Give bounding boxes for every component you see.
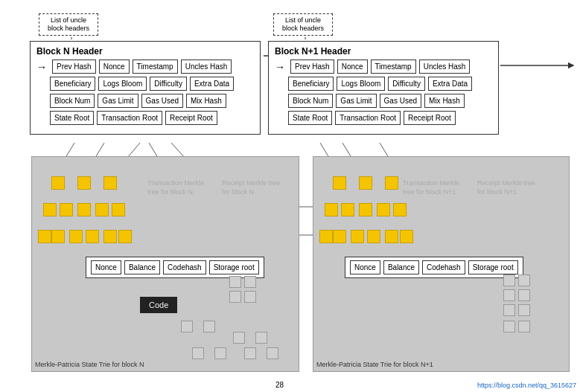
- trie-node-n-r3c5: [103, 230, 117, 243]
- block-n1-gas-limit: Gas Limit: [336, 94, 376, 108]
- block-n1-row1: → Prev Hash Nonce Timestamp Uncles Hash: [275, 60, 492, 74]
- leaf-n6: [214, 347, 226, 359]
- trie-node-n-r2c1: [43, 203, 57, 216]
- block-n1-timestamp: Timestamp: [371, 60, 416, 74]
- storage-node-n1-4: [518, 289, 530, 301]
- tx-merkle-n-label: Transaction Merkletree for block N: [147, 179, 204, 196]
- block-n1-gas-used: Gas Used: [380, 94, 421, 108]
- block-n1-header: Block N+1 Header → Prev Hash Nonce Times…: [268, 41, 499, 135]
- main-container: List of uncle block headers List of uncl…: [0, 0, 580, 392]
- trie-node-n-r3c2: [51, 230, 65, 243]
- trie-node-n1-r1c2: [359, 176, 372, 190]
- trie-node-n-r2c2: [60, 203, 73, 216]
- trie-node-n1-r2c1: [325, 203, 338, 216]
- block-n-receipt-root: Receipt Root: [165, 111, 217, 125]
- storage-node-n1: [229, 276, 241, 288]
- block-n-row1: → Prev Hash Nonce Timestamp Uncles Hash: [36, 60, 254, 74]
- block-n1-row3: Block Num Gas Limit Gas Used Mix Hash: [275, 94, 492, 108]
- block-n-arrow: →: [36, 61, 47, 73]
- trie-node-n1-r3c5: [385, 230, 398, 243]
- trie-node-n1-r1c1: [333, 176, 346, 190]
- block-n1-logs-bloom: Logs Bloom: [337, 77, 385, 91]
- storage-node-n1-8: [518, 321, 530, 332]
- leaf-n8: [267, 347, 278, 359]
- trie-node-n-r3c3: [69, 230, 83, 243]
- trie-area-n1: Transaction Merkletree for block N+1 Rec…: [313, 156, 570, 372]
- leaf-n2: [203, 321, 215, 332]
- merkle-label-n1: Merkle-Patricia State Trie for block N+1: [316, 361, 433, 368]
- block-n1-mix-hash: Mix Hash: [424, 94, 465, 108]
- block-n-block-num: Block Num: [50, 94, 95, 108]
- receipt-merkle-n-label: Receipt Merkle treefor block N: [222, 179, 280, 196]
- account-box-n1: Nonce Balance Codehash Storage root: [345, 257, 523, 278]
- block-n-row3: Block Num Gas Limit Gas Used Mix Hash: [36, 94, 254, 108]
- storage-node-n2: [244, 276, 256, 288]
- block-n-row2: Beneficiary Logs Bloom Difficulty Extra …: [36, 77, 254, 91]
- block-n1-extra-data: Extra Data: [428, 77, 472, 91]
- block-n-beneficiary: Beneficiary: [50, 77, 95, 91]
- storage-node-n1-3: [503, 289, 515, 301]
- block-n-state-root: State Root: [50, 111, 94, 125]
- leaf-n5: [192, 347, 204, 359]
- block-n1-uncles-hash: Uncles Hash: [419, 60, 471, 74]
- url-watermark: https://blog.csdn.net/qq_3615627: [477, 382, 576, 389]
- block-n1-prev-hash: Prev Hash: [290, 60, 334, 74]
- trie-node-n1-r3c3: [351, 230, 364, 243]
- account-codehash-n: Codehash: [163, 260, 206, 274]
- trie-node-n-r2c3: [77, 203, 91, 216]
- storage-node-n1-5: [503, 304, 515, 316]
- block-n-timestamp: Timestamp: [133, 60, 178, 74]
- block-n-prev-hash: Prev Hash: [52, 60, 96, 74]
- storage-node-n4: [244, 291, 256, 303]
- storage-node-n1-6: [518, 304, 530, 316]
- account-balance-n1: Balance: [383, 260, 419, 274]
- uncle-label-n1: List of uncle block headers: [273, 13, 333, 36]
- account-nonce-n: Nonce: [91, 260, 121, 274]
- block-n1-nonce: Nonce: [337, 60, 368, 74]
- block-n1-title: Block N+1 Header: [275, 46, 492, 57]
- block-n-row4: State Root Transaction Root Receipt Root: [36, 111, 254, 125]
- block-n1-difficulty: Difficulty: [388, 77, 425, 91]
- storage-node-n1-7: [503, 321, 515, 332]
- block-n-mix-hash: Mix Hash: [186, 94, 226, 108]
- receipt-merkle-n1-label: Receipt Merkle treefor block N+1: [477, 179, 535, 196]
- leaf-n4: [255, 332, 267, 344]
- block-n1-beneficiary: Beneficiary: [288, 77, 334, 91]
- tx-merkle-n1-label: Transaction Merkletree for block N+1: [403, 179, 459, 196]
- trie-node-n-r1c3: [103, 176, 117, 190]
- leaf-n1: [181, 321, 193, 332]
- account-codehash-n1: Codehash: [422, 260, 465, 274]
- block-n1-receipt-root: Receipt Root: [404, 111, 456, 125]
- block-n-tx-root: Transaction Root: [97, 111, 162, 125]
- block-n-extra-data: Extra Data: [190, 77, 234, 91]
- account-balance-n: Balance: [124, 260, 160, 274]
- trie-node-n1-r2c4: [377, 203, 390, 216]
- merkle-label-n: Merkle-Patricia State Trie for block N: [35, 361, 144, 368]
- account-nonce-n1: Nonce: [350, 260, 380, 274]
- trie-node-n-r2c4: [95, 203, 109, 216]
- block-n1-state-root: State Root: [288, 111, 332, 125]
- trie-node-n1-r3c4: [367, 230, 380, 243]
- storage-node-n3: [229, 291, 241, 303]
- block-n-title: Block N Header: [36, 46, 254, 57]
- trie-node-n1-r3c1: [319, 230, 333, 243]
- account-storage-n1: Storage root: [468, 260, 518, 274]
- uncle-label-n: List of uncle block headers: [39, 13, 98, 36]
- block-n-uncles-hash: Uncles Hash: [181, 60, 232, 74]
- block-n1-block-num: Block Num: [288, 94, 333, 108]
- block-n-logs-bloom: Logs Bloom: [98, 77, 147, 91]
- trie-node-n-r2c5: [112, 203, 125, 216]
- trie-node-n1-r2c2: [341, 203, 354, 216]
- storage-node-n1-2: [518, 274, 530, 286]
- trie-node-n1-r2c5: [393, 203, 407, 216]
- block-n-gas-limit: Gas Limit: [98, 94, 138, 108]
- trie-node-n-r3c6: [118, 230, 132, 243]
- leaf-n3: [233, 332, 245, 344]
- leaf-n7: [244, 347, 256, 359]
- trie-node-n1-r3c2: [333, 230, 346, 243]
- trie-node-n-r3c1: [38, 230, 51, 243]
- block-n1-arrow: →: [275, 61, 285, 73]
- trie-node-n1-r2c3: [359, 203, 372, 216]
- account-storage-n: Storage root: [209, 260, 259, 274]
- block-n1-tx-root: Transaction Root: [335, 111, 401, 125]
